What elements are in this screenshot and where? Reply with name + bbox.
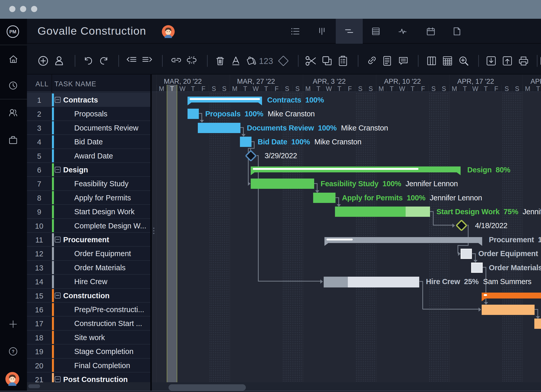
svg-text:?: ? bbox=[12, 349, 14, 354]
svg-text:PM: PM bbox=[9, 29, 16, 34]
